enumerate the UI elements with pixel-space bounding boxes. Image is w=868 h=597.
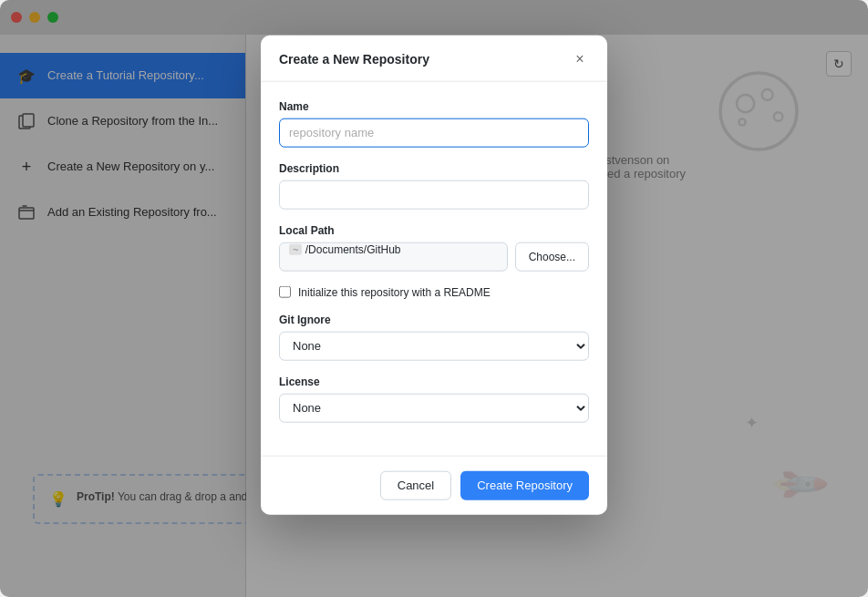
license-field-group: License None MIT Apache-2.0 GPL-3.0 BSD-…	[279, 375, 589, 422]
choose-button[interactable]: Choose...	[515, 242, 589, 271]
modal-footer: Cancel Create Repository	[261, 455, 607, 514]
name-label: Name	[279, 99, 589, 112]
app-window: 🎓 Create a Tutorial Repository... Clone …	[0, 0, 868, 597]
git-ignore-field-group: Git Ignore None ActionScript Android C C…	[279, 313, 589, 360]
create-repository-modal: Create a New Repository × Name Descripti…	[261, 35, 607, 514]
local-path-field-group: Local Path ~ /Documents/GitHub Choose...	[279, 223, 589, 271]
modal-close-button[interactable]: ×	[571, 49, 589, 67]
license-label: License	[279, 375, 589, 387]
cancel-button[interactable]: Cancel	[380, 470, 451, 499]
create-repository-button[interactable]: Create Repository	[460, 470, 589, 499]
modal-title: Create a New Repository	[279, 51, 429, 66]
local-path-row: ~ /Documents/GitHub Choose...	[279, 242, 589, 271]
local-path-display: ~ /Documents/GitHub	[279, 242, 508, 271]
git-ignore-select[interactable]: None ActionScript Android C C++ Java Nod…	[279, 331, 589, 360]
description-field-group: Description	[279, 161, 589, 209]
description-input[interactable]	[279, 180, 589, 209]
modal-body: Name Description Local Path ~ /Documents…	[261, 81, 607, 455]
git-ignore-label: Git Ignore	[279, 313, 589, 325]
readme-checkbox-label[interactable]: Initialize this repository with a README	[298, 285, 491, 298]
name-input[interactable]	[279, 118, 589, 147]
readme-checkbox-row: Initialize this repository with a README	[279, 285, 589, 298]
local-path-label: Local Path	[279, 223, 589, 236]
description-label: Description	[279, 161, 589, 174]
modal-header: Create a New Repository ×	[261, 35, 607, 81]
local-path-text: /Documents/GitHub	[305, 242, 401, 255]
name-field-group: Name	[279, 99, 589, 147]
readme-checkbox[interactable]	[279, 286, 291, 298]
license-select[interactable]: None MIT Apache-2.0 GPL-3.0 BSD-2-Clause	[279, 393, 589, 422]
